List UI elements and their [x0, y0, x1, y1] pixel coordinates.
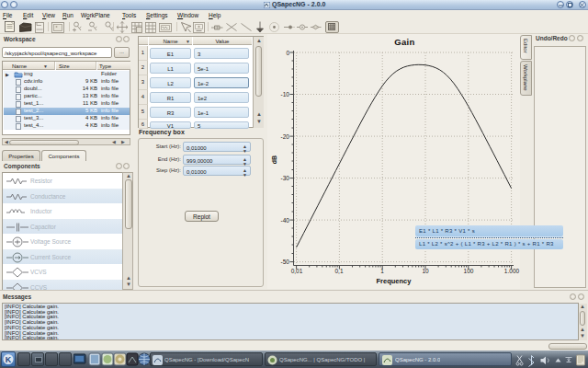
- svg-text:K: K: [6, 355, 12, 364]
